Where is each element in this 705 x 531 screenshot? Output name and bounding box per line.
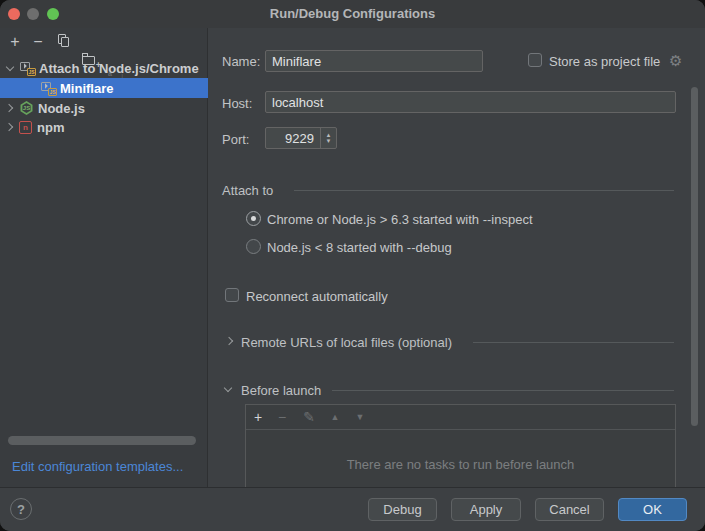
tree-item-label: Attach to Node.js/Chrome bbox=[39, 61, 199, 76]
spinner-down-icon[interactable]: ▼ bbox=[326, 138, 332, 144]
port-label: Port: bbox=[222, 132, 249, 147]
host-label: Host: bbox=[222, 96, 252, 111]
apply-button[interactable]: Apply bbox=[451, 498, 521, 521]
section-divider bbox=[473, 342, 674, 343]
radio-label[interactable]: Chrome or Node.js > 6.3 started with --i… bbox=[267, 212, 533, 227]
section-divider bbox=[332, 390, 674, 391]
attach-nodejs-chrome-icon: JS bbox=[40, 80, 57, 96]
host-input[interactable] bbox=[265, 91, 676, 113]
reconnect-automatically-label[interactable]: Reconnect automatically bbox=[246, 289, 388, 304]
horizontal-scrollbar[interactable] bbox=[8, 436, 196, 445]
add-configuration-button[interactable]: + bbox=[6, 33, 24, 51]
reconnect-automatically-checkbox[interactable] bbox=[225, 288, 239, 302]
name-label: Name: bbox=[222, 54, 260, 69]
remote-urls-section-header[interactable]: Remote URLs of local files (optional) bbox=[241, 335, 452, 350]
attach-to-section-label: Attach to bbox=[222, 183, 273, 198]
chevron-right-icon[interactable] bbox=[5, 123, 13, 131]
vertical-scrollbar[interactable] bbox=[691, 87, 698, 426]
tree-item-nodejs[interactable]: JS Node.js bbox=[0, 98, 208, 118]
attach-nodejs-chrome-icon: JS bbox=[19, 60, 36, 76]
edit-configuration-templates-link[interactable]: Edit configuration templates... bbox=[12, 459, 183, 474]
port-stepper: ▲ ▼ bbox=[265, 127, 337, 149]
remove-task-button[interactable]: − bbox=[274, 409, 290, 425]
store-as-project-file-checkbox[interactable] bbox=[528, 53, 542, 67]
debug-button[interactable]: Debug bbox=[368, 498, 437, 521]
gear-icon[interactable]: ⚙ bbox=[669, 53, 682, 68]
before-launch-toolbar: + − ✎ ▲ ▼ bbox=[246, 405, 675, 430]
tree-item-label: npm bbox=[37, 120, 64, 135]
help-button[interactable]: ? bbox=[10, 498, 32, 520]
tree-item-label: Miniflare bbox=[60, 81, 113, 96]
chevron-down-icon[interactable] bbox=[6, 63, 14, 71]
radio-label[interactable]: Node.js < 8 started with --debug bbox=[267, 240, 452, 255]
empty-tasks-message: There are no tasks to run before launch bbox=[246, 457, 675, 472]
nodejs-icon: JS bbox=[19, 100, 34, 116]
titlebar: Run/Debug Configurations bbox=[0, 0, 705, 28]
name-input[interactable] bbox=[265, 50, 483, 72]
store-as-project-file-label: Store as project file bbox=[549, 54, 660, 69]
before-launch-tasks-panel: + − ✎ ▲ ▼ There are no tasks to run befo… bbox=[245, 404, 676, 488]
tree-item-label: Node.js bbox=[38, 101, 85, 116]
chevron-right-icon[interactable] bbox=[225, 337, 233, 345]
npm-icon: n bbox=[19, 121, 32, 134]
port-spinner[interactable]: ▲ ▼ bbox=[320, 128, 336, 148]
configurations-sidebar: + − + az ↓ JS Attach to Node.js/Chrome J… bbox=[0, 28, 208, 487]
copy-icon bbox=[61, 37, 69, 47]
ok-button[interactable]: OK bbox=[618, 498, 687, 521]
move-task-up-button[interactable]: ▲ bbox=[327, 409, 343, 425]
edit-task-button[interactable]: ✎ bbox=[301, 409, 317, 425]
move-task-down-button[interactable]: ▼ bbox=[352, 409, 368, 425]
dialog-footer: ? Debug Apply Cancel OK bbox=[0, 487, 705, 531]
run-debug-configurations-dialog: Run/Debug Configurations + − + az ↓ JS A… bbox=[0, 0, 705, 531]
dialog-title: Run/Debug Configurations bbox=[0, 0, 705, 28]
radio-nodejs-debug[interactable] bbox=[246, 239, 261, 254]
chevron-right-icon[interactable] bbox=[5, 104, 13, 112]
remove-configuration-button[interactable]: − bbox=[29, 33, 47, 51]
section-divider bbox=[294, 190, 674, 191]
cancel-button[interactable]: Cancel bbox=[535, 498, 604, 521]
before-launch-section-header[interactable]: Before launch bbox=[241, 383, 321, 398]
tree-item-attach-to-nodejs-chrome[interactable]: JS Attach to Node.js/Chrome bbox=[0, 58, 208, 78]
copy-configuration-button[interactable] bbox=[56, 33, 74, 51]
tree-item-miniflare[interactable]: JS Miniflare bbox=[0, 78, 208, 98]
tree-item-npm[interactable]: n npm bbox=[0, 117, 208, 137]
radio-chrome-or-nodejs-inspect[interactable] bbox=[246, 211, 261, 226]
chevron-down-icon[interactable] bbox=[224, 384, 232, 392]
add-task-button[interactable]: + bbox=[250, 409, 266, 425]
